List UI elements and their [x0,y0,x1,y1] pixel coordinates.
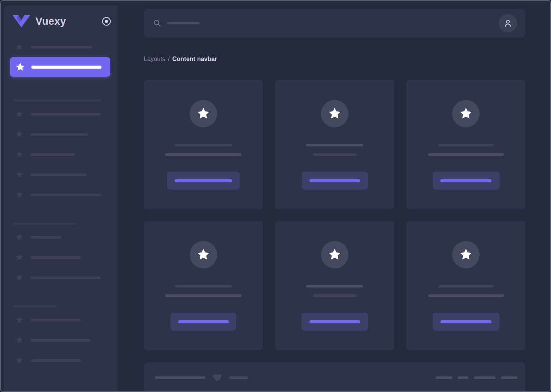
sidebar-menu [4,42,119,365]
record-circle-icon[interactable] [102,16,111,26]
main-content: Layouts / Content navbar [119,1,550,391]
footer-links [430,376,517,379]
star-avatar [321,241,348,268]
footer-link-placeholder [458,376,469,379]
star-avatar [452,100,480,127]
star-icon [15,191,24,199]
card-button-placeholder[interactable] [167,172,240,190]
user-icon [503,18,513,28]
layout-card [275,80,394,209]
sidebar-item[interactable] [4,335,119,345]
card-subtitle-placeholder [165,294,242,297]
card-button-placeholder[interactable] [433,313,499,331]
card-subtitle-placeholder [313,153,357,156]
sidebar-item[interactable] [4,190,119,200]
breadcrumb-parent[interactable]: Layouts [144,56,165,63]
star-icon [15,110,24,118]
star-icon [15,170,24,179]
search-icon [153,19,161,27]
card-subtitle-placeholder [313,294,357,297]
star-icon [15,336,24,344]
navbar [144,9,525,37]
button-label-placeholder [309,320,360,323]
sidebar-item[interactable] [4,149,119,159]
layout-card [144,80,263,209]
app-screen: Vuexy [0,0,551,392]
menu-section-header-placeholder [13,223,76,225]
sidebar-item-active[interactable] [10,57,110,77]
menu-label-placeholder [31,46,92,48]
breadcrumb-current: Content navbar [172,56,217,63]
card-button-placeholder[interactable] [302,172,368,190]
card-button-placeholder[interactable] [171,313,236,331]
sidebar-header: Vuexy [4,5,119,37]
footer-text-placeholder [155,376,205,379]
button-label-placeholder [309,179,360,182]
breadcrumb: Layouts / Content navbar [144,56,525,63]
menu-label-placeholder [31,236,61,239]
star-avatar [452,241,480,268]
footer-link-placeholder [501,376,517,379]
sidebar-item[interactable] [4,129,119,139]
footer-link-placeholder [435,376,452,379]
menu-label-placeholder [31,319,81,321]
footer [144,362,525,392]
menu-label-placeholder [31,339,90,342]
layout-card [275,221,394,350]
star-avatar [190,100,217,127]
button-label-placeholder [175,179,232,182]
star-icon [15,356,24,365]
button-label-placeholder [440,320,491,323]
button-label-placeholder [178,320,229,323]
sidebar-item[interactable] [4,42,119,52]
card-button-placeholder[interactable] [433,172,499,190]
footer-link-placeholder [474,376,496,379]
menu-label-placeholder [31,153,75,156]
vuexy-logo-icon [12,14,31,28]
layout-card [144,221,263,350]
menu-label-placeholder [31,133,88,136]
brand-title: Vuexy [35,16,66,27]
star-icon [15,43,24,51]
star-icon [15,233,24,241]
menu-label-placeholder [31,359,81,362]
star-icon [15,62,25,72]
layout-card [406,80,525,209]
search-placeholder-bar [167,22,200,24]
user-avatar[interactable] [499,14,517,32]
sidebar-item[interactable] [4,170,119,180]
sidebar-item[interactable] [4,355,119,365]
sidebar-item[interactable] [4,109,119,119]
card-grid [144,80,525,350]
sidebar: Vuexy [4,5,119,391]
sidebar-item[interactable] [4,273,119,283]
menu-label-placeholder [31,194,101,196]
star-icon [15,273,24,282]
card-button-placeholder[interactable] [301,313,368,331]
card-subtitle-placeholder [165,153,242,156]
card-title-placeholder [306,144,363,146]
button-label-placeholder [440,179,491,182]
card-title-placeholder [438,144,494,146]
star-icon [15,130,24,138]
sidebar-item[interactable] [4,315,119,325]
menu-label-placeholder [31,256,81,259]
menu-label-placeholder [31,276,100,279]
star-avatar [321,100,348,127]
card-title-placeholder [438,285,494,288]
star-icon [15,316,24,324]
menu-section-header-placeholder [13,305,57,307]
star-icon [15,253,24,262]
card-title-placeholder [175,285,232,288]
sidebar-item[interactable] [4,252,119,262]
layout-card [406,221,525,350]
card-title-placeholder [175,144,232,146]
breadcrumb-separator: / [168,56,169,63]
card-subtitle-placeholder [428,294,504,297]
sidebar-item[interactable] [4,232,119,242]
star-icon [15,150,24,159]
menu-label-placeholder [31,113,101,116]
menu-label-placeholder [31,66,102,69]
menu-section-header-placeholder [13,100,102,101]
search-input[interactable] [153,19,499,27]
